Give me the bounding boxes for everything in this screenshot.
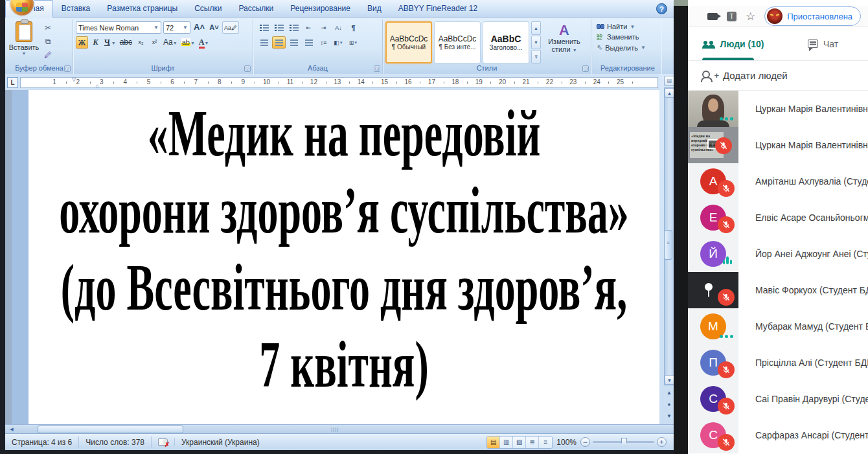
- participant-row[interactable]: ППрісцілла Алі (Студент БДМУ): [688, 345, 868, 381]
- camera-permission-icon[interactable]: [707, 13, 718, 20]
- horizontal-ruler[interactable]: ▽ ⌂ 123456789101112131415161718192021222…: [20, 77, 658, 88]
- copy-button[interactable]: ⧉: [41, 36, 55, 48]
- horizontal-scroll-thumb[interactable]: [38, 426, 183, 433]
- participant-row[interactable]: ЕЕлвіс Асаре Осаньйоньогмо…: [688, 199, 868, 236]
- clear-formatting-button[interactable]: Aa🖉: [222, 21, 239, 34]
- replace-button[interactable]: abac Заменить: [597, 33, 659, 41]
- show-marks-button[interactable]: ¶: [347, 21, 360, 34]
- scroll-up-arrow[interactable]: ▲: [665, 88, 674, 98]
- participant-row[interactable]: «Медик на передовій охорони здоров’я сус…: [688, 127, 868, 163]
- align-center-button[interactable]: [272, 36, 286, 49]
- document-page[interactable]: «Медик на передовійохорони здоров’я сусп…: [29, 90, 659, 424]
- ribbon-tab-5[interactable]: Рассылки: [230, 1, 282, 17]
- zoom-in-button[interactable]: +: [657, 437, 667, 447]
- decrease-indent-button[interactable]: ⇤: [302, 21, 315, 34]
- outline-view-button[interactable]: ≣: [526, 437, 539, 448]
- ribbon-tab-3[interactable]: Разметка страницы: [98, 1, 186, 17]
- font-name-combo[interactable]: Times New Roman▼: [76, 21, 161, 34]
- line-spacing-button[interactable]: ↕≡: [317, 36, 330, 49]
- cut-button[interactable]: ✂: [41, 23, 55, 34]
- full-screen-reading-view-button[interactable]: ▥: [500, 437, 513, 448]
- styles-scroll-up[interactable]: ▲: [531, 21, 541, 35]
- style-card-2[interactable]: AaBbCcDc¶ Без инте...: [434, 21, 481, 63]
- translate-extension-icon[interactable]: T: [727, 12, 737, 21]
- format-painter-button[interactable]: 🖉: [41, 50, 55, 62]
- muted-mic-icon[interactable]: [718, 216, 735, 233]
- scroll-down-arrow[interactable]: ▼: [665, 375, 674, 385]
- text-highlight-button[interactable]: ab▼: [180, 36, 196, 49]
- shrink-font-button[interactable]: A˅: [208, 21, 220, 34]
- ribbon-tab-6[interactable]: Рецензирование: [282, 1, 359, 17]
- align-left-button[interactable]: [257, 36, 271, 49]
- paste-button[interactable]: Вставить ▼: [7, 20, 41, 63]
- left-indent-marker[interactable]: ⌂: [96, 83, 99, 89]
- underline-button[interactable]: Ч ▼: [103, 36, 117, 49]
- style-card-3[interactable]: AaBbCЗаголово...: [483, 21, 529, 63]
- bullets-button[interactable]: [257, 21, 271, 34]
- participant-row[interactable]: ССаі Правін Дарувурі (Студент…: [688, 381, 868, 417]
- strikethrough-button[interactable]: abc: [119, 36, 133, 49]
- zoom-out-button[interactable]: –: [580, 437, 590, 447]
- horizontal-scrollbar[interactable]: ◀ ||||: [5, 424, 674, 433]
- ribbon-tab-8[interactable]: ABBYY FineReader 12: [390, 1, 486, 17]
- zoom-thumb[interactable]: [621, 438, 627, 446]
- clipboard-dialog-launcher[interactable]: ◲: [64, 65, 71, 72]
- spellcheck-status[interactable]: [152, 438, 175, 446]
- muted-mic-icon[interactable]: [718, 398, 735, 414]
- paragraph-dialog-launcher[interactable]: ◲: [374, 65, 380, 72]
- styles-scroll-down[interactable]: ▼: [531, 36, 541, 49]
- page-indicator[interactable]: Страница: 4 из 6: [5, 437, 79, 448]
- select-browse-object-button[interactable]: ●: [665, 400, 674, 409]
- participant-row[interactable]: Цуркан Марія Валентинівна …: [688, 91, 868, 127]
- participant-row[interactable]: Мавіс Форкуох (Студент БД…: [688, 272, 868, 308]
- web-layout-view-button[interactable]: ▧: [513, 437, 526, 448]
- multilevel-list-button[interactable]: [287, 21, 301, 34]
- muted-mic-icon[interactable]: [718, 434, 735, 451]
- vertical-ruler[interactable]: [12, 90, 29, 424]
- ribbon-tab-7[interactable]: Вид: [359, 1, 390, 17]
- zoom-track[interactable]: [593, 441, 654, 443]
- font-color-button[interactable]: А▼: [198, 36, 211, 49]
- next-page-button[interactable]: ▼: [665, 412, 674, 421]
- bookmark-star-icon[interactable]: ☆: [746, 10, 755, 23]
- participant-row[interactable]: ССарфараз Ансарі (Студент Б…: [688, 417, 868, 453]
- superscript-button[interactable]: x²: [148, 36, 161, 49]
- italic-button[interactable]: K: [89, 36, 102, 49]
- justify-button[interactable]: [302, 36, 315, 49]
- participant-row[interactable]: ЙЙор Анеі Аджоунг Анеі (Студ…: [688, 236, 868, 272]
- numbering-button[interactable]: [272, 21, 286, 34]
- zoom-level[interactable]: 100%: [556, 438, 577, 447]
- participant-row[interactable]: ААмрітанш Ахлуваліа (Студен…: [688, 163, 868, 199]
- styles-dialog-launcher[interactable]: ◲: [582, 65, 589, 72]
- previous-page-button[interactable]: ▲: [665, 389, 674, 398]
- styles-gallery-more[interactable]: ⊽: [531, 50, 541, 63]
- grow-font-button[interactable]: A˄: [192, 21, 206, 34]
- ribbon-tab-4[interactable]: Ссылки: [186, 1, 230, 17]
- first-line-indent-marker[interactable]: ▽: [72, 76, 76, 82]
- shading-button[interactable]: ◧▼: [332, 36, 345, 49]
- font-dialog-launcher[interactable]: ◲: [244, 65, 251, 72]
- muted-mic-icon[interactable]: [718, 180, 735, 197]
- vertical-scroll-thumb[interactable]: [664, 230, 672, 260]
- word-count[interactable]: Число слов: 378: [79, 437, 152, 448]
- style-card-1[interactable]: AaBbCcDc¶ Обычный: [385, 21, 432, 63]
- tab-selector-button[interactable]: L: [7, 77, 18, 88]
- profile-badge[interactable]: Приостановлена: [764, 6, 861, 26]
- draft-view-button[interactable]: ≡: [539, 437, 552, 448]
- muted-mic-icon[interactable]: [715, 137, 732, 154]
- muted-mic-icon[interactable]: [718, 289, 735, 306]
- print-layout-view-button[interactable]: ▤: [487, 437, 500, 448]
- subscript-button[interactable]: x₂: [135, 36, 147, 49]
- font-size-combo[interactable]: 72▼: [163, 21, 190, 34]
- tab-chat[interactable]: Чат: [778, 27, 868, 60]
- muted-mic-icon[interactable]: [718, 361, 735, 378]
- select-button[interactable]: ⇖ Выделить▼: [597, 43, 659, 52]
- paste-dropdown-arrow[interactable]: ▼: [7, 51, 41, 56]
- ruler-toggle-button[interactable]: ▤: [664, 76, 674, 86]
- language-indicator[interactable]: Украинский (Украина): [175, 437, 266, 448]
- participant-row[interactable]: ММубарак Мамуд (Студент БД…: [688, 308, 868, 345]
- align-right-button[interactable]: [287, 36, 301, 49]
- find-button[interactable]: Найти▼: [597, 23, 659, 30]
- add-people-button[interactable]: + Додати людей: [688, 61, 868, 91]
- borders-button[interactable]: ⊞▼: [347, 36, 360, 49]
